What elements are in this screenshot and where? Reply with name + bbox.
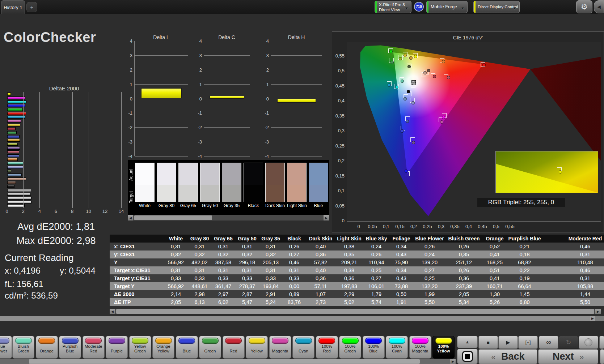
settings-button[interactable]: ⚙: [576, 0, 592, 13]
clipped-nav-button[interactable]: [600, 349, 604, 364]
table-cell: 66,64: [507, 283, 542, 289]
add-tab-button[interactable]: +: [26, 2, 37, 12]
tab-history[interactable]: History 1: [1, 0, 25, 14]
play-button[interactable]: ▶: [498, 336, 518, 349]
table-cell: 1,30: [482, 291, 507, 297]
delta-gridline: [204, 84, 250, 85]
swatch-label: Black: [244, 203, 263, 208]
table-cell: 0,24: [413, 252, 446, 257]
meter-count-badge: 710: [414, 2, 424, 12]
patch-button-green[interactable]: Green: [199, 336, 221, 359]
chevron-left-icon: ◀: [597, 4, 600, 9]
scroll-right-icon[interactable]: ▶: [595, 309, 601, 314]
next-button[interactable]: Next »: [538, 349, 598, 364]
table-cell: 0,89: [282, 291, 306, 297]
table-cell: 209,21: [335, 260, 363, 265]
table-cell: 0,31: [164, 244, 188, 249]
workflow-dropdown[interactable]: Direct Display Control ▼: [473, 1, 520, 13]
patch-label: 100% Magenta: [410, 344, 431, 355]
patch-button-magenta-100[interactable]: 100% Magenta: [409, 336, 431, 359]
patch-button-yellow[interactable]: Yellow: [246, 336, 268, 359]
interval-button[interactable]: [··]: [518, 336, 538, 349]
orange-measured-marker: [442, 60, 445, 63]
stop-button[interactable]: ■: [478, 336, 498, 349]
table-scrollbar[interactable]: ◀ ▶: [110, 309, 601, 314]
patch-button-purple[interactable]: Purple: [106, 336, 128, 359]
patch-label: Green: [199, 344, 221, 355]
scroll-left-icon[interactable]: ◀: [128, 215, 133, 220]
patch-button-magenta[interactable]: Magenta: [269, 336, 291, 359]
expand-strip-button[interactable]: ▲: [457, 336, 478, 348]
patch-button-yellow-100[interactable]: 100% Yellow: [432, 336, 455, 359]
loop-button[interactable]: ↻: [559, 336, 578, 349]
swatch-white: White: [135, 163, 155, 208]
blue-sky-measured-marker: [404, 97, 407, 100]
strip-scrollbar[interactable]: ◀ ▶: [128, 215, 329, 220]
patch-button-purplish-blue[interactable]: Purplish Blue: [59, 336, 81, 359]
patch-scroll-thumb[interactable]: [29, 359, 420, 364]
patch-scrollbar[interactable]: ▶: [0, 359, 456, 364]
table-cell: 0,32: [235, 252, 259, 257]
collapse-panel-button[interactable]: ◀: [594, 0, 604, 13]
delta-gridline: [135, 55, 188, 56]
table-cell: 5,02: [335, 299, 363, 305]
cie-title: CIE 1976 u'v': [332, 35, 604, 40]
table-cell: 237,39: [446, 283, 482, 289]
cie-x-tick: 0,4: [461, 224, 476, 229]
stop-icon: ■: [487, 340, 490, 345]
clipped-transport-button[interactable]: [599, 336, 604, 349]
table-cell: 0,31: [211, 244, 235, 249]
strip-scroll-thumb[interactable]: [134, 215, 212, 220]
patch-button-cyan[interactable]: Cyan: [292, 336, 314, 359]
patch-button-blue-100[interactable]: 100% Blue: [363, 336, 385, 359]
table-cell: 2,05: [446, 291, 482, 297]
patch-button-red-100[interactable]: 100% Red: [316, 336, 338, 359]
row-label: Target y:CIE31: [110, 275, 164, 281]
patch-button-blue-flower[interactable]: Blue Flower: [0, 336, 12, 359]
table-cell: 0,32: [164, 252, 188, 257]
delta-gridline: [204, 113, 250, 113]
table-cell: 6,80: [507, 299, 542, 305]
window-scrollbar[interactable]: ▶: [0, 316, 604, 321]
infinity-button[interactable]: ∞: [539, 336, 558, 349]
patch-button-orange[interactable]: Orange: [36, 336, 58, 359]
deltae-bar-100-magenta: [7, 97, 25, 99]
patch-button-yellow-green[interactable]: Yellow Green: [129, 336, 151, 359]
scroll-right-icon[interactable]: ▶: [450, 359, 456, 364]
meter-dropdown[interactable]: X-Rite i1Pro 3Direct View ▼: [375, 1, 411, 13]
swatch-target: [179, 185, 198, 202]
table-scroll-thumb[interactable]: [116, 309, 594, 314]
table-row-target-x:cie31: Target x:CIE310,310,310,310,310,310,310,…: [110, 266, 604, 274]
back-button[interactable]: « Back: [478, 349, 537, 364]
swatch-block: [178, 163, 198, 202]
deltae-gridline: [23, 92, 24, 208]
swatch-gray-35: Gray 35: [222, 163, 241, 208]
patch-button-cyan-100[interactable]: 100% Cyan: [386, 336, 408, 359]
actual-target-strip: Actual Target WhiteGray 80Gray 65Gray 50…: [128, 160, 329, 215]
patch-swatch: [62, 338, 79, 344]
table-cell: 0,46: [542, 244, 604, 249]
patch-button-orange-yellow[interactable]: Orange Yellow: [152, 336, 174, 359]
patch-button-blue[interactable]: Blue: [176, 336, 198, 359]
swatch-target: [222, 185, 241, 202]
cie-x-tick: 0,3: [434, 224, 448, 229]
delta-y-tick: -1: [193, 110, 202, 116]
swatch-target: [135, 185, 154, 202]
table-cell: 0,35: [335, 252, 363, 257]
delta-y-tick: -3: [259, 139, 269, 145]
scroll-right-icon[interactable]: ▶: [590, 316, 595, 321]
patch-button-bluish-green[interactable]: Bluish Green: [12, 336, 34, 359]
pattern-window-button[interactable]: [457, 349, 478, 364]
scroll-left-icon[interactable]: ◀: [110, 309, 115, 314]
column-header-orange: Orange: [482, 236, 507, 241]
light-skin-measured-marker: [423, 71, 427, 74]
patch-button-red[interactable]: Red: [223, 336, 245, 359]
patch-button-green-100[interactable]: 100% Green: [339, 336, 361, 359]
table-cell: 2,91: [259, 291, 282, 297]
table-cell: 110,94: [363, 260, 389, 265]
table-cell: 448,61: [188, 283, 211, 289]
patch-button-moderate-red[interactable]: Moderate Red: [83, 336, 105, 359]
source-dropdown[interactable]: Mobile Forge ▼: [426, 1, 468, 13]
record-button[interactable]: [579, 336, 598, 349]
scroll-right-icon[interactable]: ▶: [324, 215, 329, 220]
